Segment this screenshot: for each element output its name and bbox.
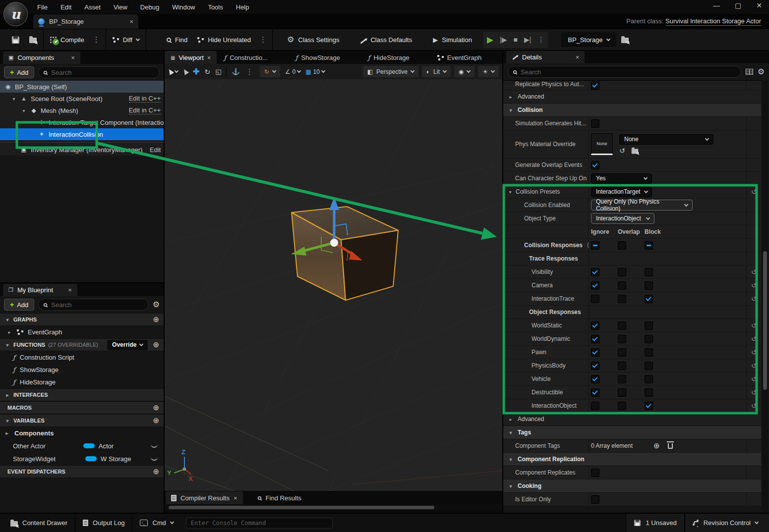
close-icon[interactable]: × bbox=[576, 53, 580, 61]
visibility-block-checkbox[interactable] bbox=[645, 268, 653, 276]
components-search-input[interactable] bbox=[51, 69, 155, 76]
advanced-collapsed-header[interactable]: ▸Advanced bbox=[503, 90, 761, 104]
transform-tools-dropdown[interactable] bbox=[168, 69, 178, 74]
collision-responses-block-checkbox[interactable] bbox=[645, 241, 653, 250]
simulation-button[interactable]: ▶ Simulation bbox=[428, 29, 477, 50]
tab-find-results[interactable]: Find Results bbox=[252, 491, 307, 504]
destructible-block-checkbox[interactable] bbox=[645, 388, 653, 397]
tab-construction-script[interactable]: ƒ Constructio... bbox=[218, 51, 273, 64]
reset-to-default-icon[interactable]: ↺ bbox=[751, 321, 757, 329]
macros-section-header[interactable]: MACROS ⊕ bbox=[0, 401, 164, 414]
content-drawer-button[interactable]: Content Drawer bbox=[3, 514, 75, 532]
menu-edit[interactable]: Edit bbox=[54, 1, 78, 13]
camera-block-checkbox[interactable] bbox=[645, 281, 653, 290]
coordinate-system-icon[interactable]: ⚓ bbox=[232, 68, 239, 75]
more-options-icon[interactable]: ⋮ bbox=[245, 67, 255, 76]
tab-bp-storage[interactable]: BP_Storage × bbox=[33, 14, 138, 29]
angle-snap-dropdown[interactable]: ∠0 bbox=[285, 68, 300, 75]
my-blueprint-tab[interactable]: ❐ My Blueprint × bbox=[3, 284, 77, 296]
browse-to-asset-button[interactable] bbox=[616, 29, 634, 50]
visibility-ignore-checkbox[interactable] bbox=[591, 268, 599, 276]
visibility-overlap-checkbox[interactable] bbox=[618, 268, 626, 276]
hidestorage-item[interactable]: ƒ HideStorage bbox=[0, 376, 164, 388]
frame-skip-icon[interactable]: |▶ bbox=[500, 36, 507, 44]
move-tool-icon[interactable]: ✚ bbox=[193, 67, 199, 76]
worlddynamic-block-checkbox[interactable] bbox=[645, 335, 653, 343]
sim-generates-hit-checkbox[interactable] bbox=[591, 119, 599, 128]
compile-button[interactable]: Compile bbox=[45, 29, 89, 50]
show-flags-dropdown[interactable]: ◉ bbox=[454, 66, 474, 77]
interactiontrace-block-checkbox[interactable] bbox=[645, 295, 653, 303]
maximize-icon[interactable]: ▢ bbox=[735, 1, 741, 9]
eye-closed-icon[interactable] bbox=[151, 444, 158, 448]
add-variable-icon[interactable]: ⊕ bbox=[153, 416, 159, 425]
interactiontrace-overlap-checkbox[interactable] bbox=[618, 295, 626, 303]
caret-right-icon[interactable]: ▸ bbox=[4, 430, 10, 436]
add-component-button[interactable]: + Add bbox=[4, 66, 34, 78]
browse-button[interactable] bbox=[24, 29, 42, 50]
details-tab[interactable]: Details × bbox=[506, 51, 585, 63]
details-search[interactable] bbox=[508, 66, 741, 78]
minimize-icon[interactable]: — bbox=[713, 1, 720, 9]
caret-down-icon[interactable]: ▾ bbox=[11, 96, 17, 102]
reset-to-default-icon[interactable]: ↺ bbox=[751, 362, 757, 370]
edit-in-cpp-link[interactable]: Edit in C++ bbox=[150, 146, 161, 154]
showstorage-item[interactable]: ƒ ShowStorage bbox=[0, 364, 164, 376]
reset-to-default-icon[interactable]: ↺ bbox=[751, 268, 757, 276]
menu-file[interactable]: File bbox=[31, 1, 54, 13]
close-icon[interactable]: × bbox=[234, 494, 237, 502]
parent-class-link[interactable]: Survival Interaction Storage Actor bbox=[665, 17, 761, 26]
interactionobject-overlap-checkbox[interactable] bbox=[618, 402, 626, 410]
perspective-dropdown[interactable]: ◧Perspective bbox=[363, 66, 418, 77]
variable-row-other-actor[interactable]: Other Actor Actor bbox=[0, 439, 164, 452]
physicsbody-overlap-checkbox[interactable] bbox=[618, 362, 626, 370]
close-icon[interactable]: × bbox=[68, 286, 72, 294]
menu-asset[interactable]: Asset bbox=[78, 1, 107, 13]
components-tab[interactable]: ▣ Components × bbox=[3, 52, 80, 64]
camera-overlap-checkbox[interactable] bbox=[618, 281, 626, 290]
eventgraph-item[interactable]: ▸ EventGraph bbox=[0, 326, 164, 338]
vehicle-overlap-checkbox[interactable] bbox=[618, 375, 626, 383]
edit-in-cpp-link[interactable]: Edit in C++ bbox=[129, 106, 161, 114]
tree-row-inventory-manager[interactable]: ▣ Inventory Manager (InventoryManager) E… bbox=[0, 144, 164, 156]
output-log-button[interactable]: Output Log bbox=[75, 514, 132, 532]
settings-gear-icon[interactable]: ⚙ bbox=[153, 301, 160, 309]
eye-closed-icon[interactable] bbox=[151, 457, 158, 461]
add-macro-icon[interactable]: ⊕ bbox=[153, 403, 159, 412]
class-defaults-button[interactable]: Class Defaults bbox=[355, 29, 417, 50]
diff-button[interactable]: Diff bbox=[108, 29, 144, 50]
construction-script-item[interactable]: ƒ Construction Script bbox=[0, 351, 164, 364]
vehicle-block-checkbox[interactable] bbox=[645, 375, 653, 383]
physicsbody-block-checkbox[interactable] bbox=[645, 362, 653, 370]
play-target-dropdown[interactable]: BP_Storage bbox=[561, 32, 616, 47]
scrollbar-thumb[interactable] bbox=[169, 506, 434, 509]
reset-to-default-icon[interactable]: ↺ bbox=[751, 295, 757, 303]
reset-to-default-icon[interactable]: ↺ bbox=[751, 402, 757, 410]
tab-close-icon[interactable]: × bbox=[129, 18, 133, 25]
components-category-row[interactable]: ▸ Components bbox=[0, 427, 164, 439]
graphs-section-header[interactable]: ▾ GRAPHS ⊕ bbox=[0, 313, 164, 326]
components-search[interactable] bbox=[38, 66, 160, 78]
destructible-ignore-checkbox[interactable] bbox=[591, 388, 599, 397]
interactiontrace-ignore-checkbox[interactable] bbox=[591, 295, 599, 303]
pawn-ignore-checkbox[interactable] bbox=[591, 348, 599, 357]
worldstatic-overlap-checkbox[interactable] bbox=[618, 321, 626, 330]
details-search-input[interactable] bbox=[521, 68, 736, 76]
menu-debug[interactable]: Debug bbox=[134, 1, 166, 13]
worlddynamic-ignore-checkbox[interactable] bbox=[591, 335, 599, 343]
cmd-dropdown[interactable]: ›_ Cmd bbox=[132, 514, 180, 532]
tab-compiler-results[interactable]: Compiler Results × bbox=[166, 491, 243, 504]
reset-to-default-icon[interactable]: ↺ bbox=[751, 335, 757, 343]
menu-tools[interactable]: Tools bbox=[201, 1, 229, 13]
horizontal-scrollbar[interactable] bbox=[165, 504, 502, 511]
collision-category-header[interactable]: ▾Collision bbox=[503, 104, 761, 117]
menu-window[interactable]: Window bbox=[166, 1, 201, 13]
save-button[interactable] bbox=[7, 29, 24, 50]
destructible-overlap-checkbox[interactable] bbox=[618, 388, 626, 397]
pawn-block-checkbox[interactable] bbox=[645, 348, 653, 357]
reset-to-default-icon[interactable]: ↺ bbox=[751, 188, 757, 196]
scale-tool-icon[interactable]: ◱ bbox=[215, 68, 221, 75]
tree-row-self[interactable]: ◉ BP_Storage (Self) bbox=[0, 81, 164, 93]
hide-unrelated-options-icon[interactable]: ⋮ bbox=[256, 35, 271, 44]
tab-showstorage[interactable]: ƒ ShowStorage bbox=[290, 51, 346, 64]
